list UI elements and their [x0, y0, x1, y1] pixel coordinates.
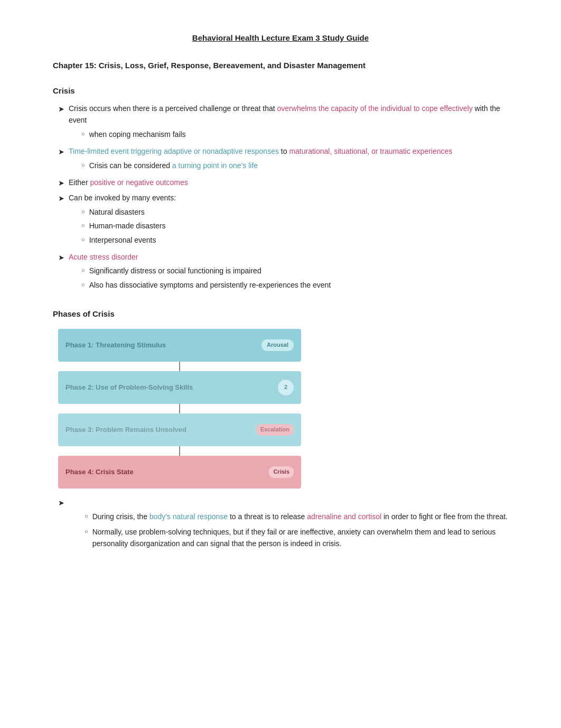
highlight-teal: a turning point in one's life	[172, 161, 258, 170]
bullet-text: Can be invoked by many events: ○ Natural…	[69, 192, 508, 248]
list-item: ○ Interpersonal events	[81, 234, 508, 246]
list-item: ➤ Crisis occurs when there is a perceive…	[53, 103, 508, 142]
phase-box-4: Phase 4: Crisis State Crisis	[58, 456, 301, 489]
circle-icon: ○	[81, 207, 85, 217]
phases-diagram: Phase 1: Threatening Stimulus Arousal Ph…	[58, 329, 312, 489]
arrow-icon: ➤	[58, 192, 64, 204]
list-item: ○ Crisis can be considered a turning poi…	[81, 160, 508, 171]
sub-text: Also has dissociative symptoms and persi…	[89, 279, 331, 291]
phase-2-badge: 2	[278, 380, 294, 395]
highlight-pink: Acute stress disorder	[69, 253, 138, 261]
highlight: overwhelms the capacity of the individua…	[277, 104, 473, 113]
sub-text: Crisis can be considered a turning point…	[89, 160, 258, 171]
arrow-icon: ➤	[58, 146, 64, 158]
phase-2-label: Phase 2: Use of Problem-Solving Skills	[66, 382, 193, 393]
circle-icon: ○	[81, 280, 85, 290]
highlight-pink: maturational, situational, or traumatic …	[289, 147, 452, 155]
list-item: ➤ Acute stress disorder ○ Significantly …	[53, 251, 508, 293]
phase-3-badge: Escalation	[256, 424, 294, 436]
highlight-pink: adrenaline and cortisol	[307, 512, 381, 521]
bullet-text: Acute stress disorder ○ Significantly di…	[69, 251, 508, 293]
crisis-bullet-list: ➤ Crisis occurs when there is a perceive…	[53, 103, 508, 293]
highlight-teal: Time-limited event triggering adaptive o…	[69, 147, 279, 155]
circle-icon: ○	[81, 221, 85, 231]
phase-1-label: Phase 1: Threatening Stimulus	[66, 340, 166, 351]
phase-box-3: Phase 3: Problem Remains Unsolved Escala…	[58, 413, 301, 446]
circle-icon: ○	[81, 235, 85, 245]
list-item: ○ Normally, use problem-solving techniqu…	[85, 526, 508, 550]
sub-list: ○ Crisis can be considered a turning poi…	[81, 160, 508, 171]
sub-list: ○ when coping mechanism fails	[81, 128, 508, 140]
sub-text: Interpersonal events	[89, 234, 156, 246]
list-item: ○ During crisis, the body's natural resp…	[85, 511, 508, 522]
phase-box-1: Phase 1: Threatening Stimulus Arousal	[58, 329, 301, 362]
phase-4-label: Phase 4: Crisis State	[66, 467, 134, 478]
list-item: ○ when coping mechanism fails	[81, 128, 508, 140]
phase-bullet-1: During crisis, the body's natural respon…	[92, 511, 508, 522]
highlight-pink: positive or negative outcomes	[90, 178, 188, 187]
sub-text: Significantly distress or social functio…	[89, 265, 261, 277]
phase-bullets: ○ During crisis, the body's natural resp…	[85, 511, 508, 549]
sub-text: Natural disasters	[89, 206, 145, 218]
sub-list: ○ Significantly distress or social funct…	[81, 265, 508, 291]
bullet-text: Crisis occurs when there is a perceived …	[69, 103, 508, 142]
crisis-heading: Crisis	[53, 85, 508, 97]
list-item: ○ Human-made disasters	[81, 220, 508, 232]
phase-connector	[179, 446, 180, 456]
phase-1-badge: Arousal	[261, 339, 294, 351]
bullet-text: Either positive or negative outcomes	[69, 177, 508, 188]
arrow-icon: ➤	[58, 252, 64, 263]
circle-icon: ○	[81, 130, 85, 139]
page-title: Behavioral Health Lecture Exam 3 Study G…	[53, 32, 508, 44]
phase-box-2: Phase 2: Use of Problem-Solving Skills 2	[58, 371, 301, 404]
circle-icon: ○	[85, 512, 88, 521]
list-item: ○ Significantly distress or social funct…	[81, 265, 508, 277]
phases-arrow-row: ➤	[58, 497, 508, 509]
phase-4-badge: Crisis	[269, 466, 294, 478]
bullet-text: Time-limited event triggering adaptive o…	[69, 145, 508, 173]
highlight-teal: body's natural response	[149, 512, 228, 521]
crisis-section: Crisis ➤ Crisis occurs when there is a p…	[53, 85, 508, 293]
sub-text: Human-made disasters	[89, 220, 166, 232]
phase-bullet-2: Normally, use problem-solving techniques…	[92, 526, 508, 550]
phases-heading: Phases of Crisis	[53, 308, 508, 320]
sub-list: ○ Natural disasters ○ Human-made disaste…	[81, 206, 508, 246]
phases-section: Phases of Crisis Phase 1: Threatening St…	[53, 308, 508, 550]
arrow-icon: ➤	[58, 103, 64, 115]
phase-connector	[179, 362, 180, 371]
list-item: ➤ Can be invoked by many events: ○ Natur…	[53, 192, 508, 248]
arrow-icon: ➤	[58, 497, 64, 509]
list-item: ○ Also has dissociative symptoms and per…	[81, 279, 508, 291]
phase-connector	[179, 404, 180, 413]
circle-icon: ○	[81, 266, 85, 275]
phase-3-label: Phase 3: Problem Remains Unsolved	[66, 425, 186, 436]
chapter-title: Chapter 15: Crisis, Loss, Grief, Respons…	[53, 59, 508, 72]
arrow-icon: ➤	[58, 177, 64, 189]
circle-icon: ○	[81, 161, 85, 170]
list-item: ➤ Time-limited event triggering adaptive…	[53, 145, 508, 173]
list-item: ○ Natural disasters	[81, 206, 508, 218]
list-item: ➤ Either positive or negative outcomes	[53, 177, 508, 189]
circle-icon: ○	[85, 527, 88, 537]
sub-text: when coping mechanism fails	[89, 128, 186, 140]
